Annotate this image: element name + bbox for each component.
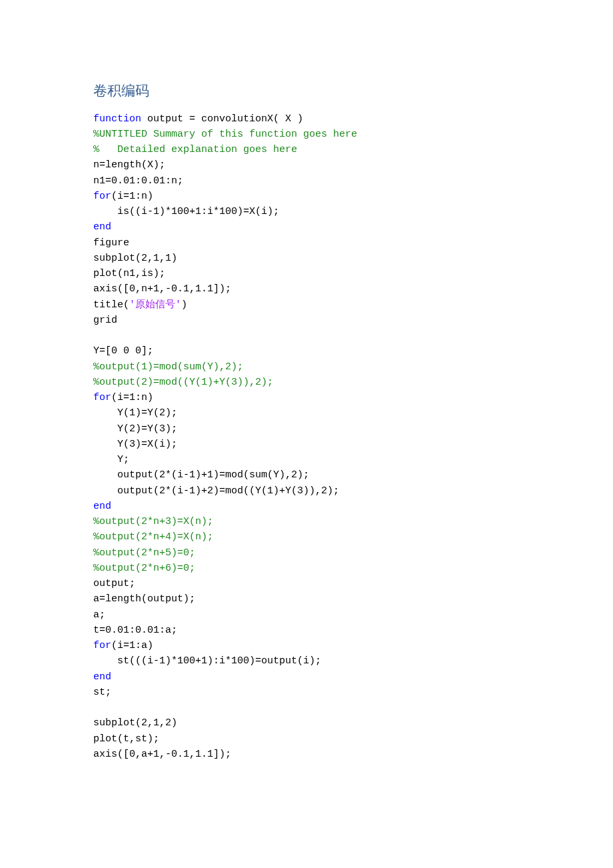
code-token: figure: [93, 237, 129, 249]
code-line: a=length(output);: [93, 591, 520, 607]
code-token: output(2*(i-1)+2)=mod((Y(1)+Y(3)),2);: [93, 485, 339, 497]
code-token: (i=1:a): [111, 640, 153, 651]
code-line: a;: [93, 607, 520, 623]
code-token: %output(2*n+4)=X(n);: [93, 531, 213, 543]
code-token: Y(2)=Y(3);: [93, 423, 177, 435]
code-line: %output(1)=mod(sum(Y),2);: [93, 359, 520, 375]
code-token: a;: [93, 609, 105, 621]
code-token: ): [181, 299, 187, 311]
code-line: output;: [93, 576, 520, 591]
code-token: %output(2*n+3)=X(n);: [93, 516, 213, 527]
code-token: subplot(2,1,2): [93, 717, 177, 729]
code-token: function: [93, 113, 147, 125]
code-line: function output = convolutionX( X ): [93, 111, 520, 127]
code-line: Y(1)=Y(2);: [93, 405, 520, 421]
code-line: Y=[0 0 0];: [93, 343, 520, 359]
code-line: grid: [93, 313, 520, 328]
code-token: output = convolutionX( X ): [147, 113, 303, 125]
matlab-code-block: function output = convolutionX( X )%UNTI…: [93, 111, 520, 763]
code-token: %output(2)=mod((Y(1)+Y(3)),2);: [93, 377, 273, 388]
document-page: 卷积编码 function output = convolutionX( X )…: [0, 0, 613, 868]
code-line: %output(2*n+6)=0;: [93, 561, 520, 576]
code-line: axis([0,n+1,-0.1,1.1]);: [93, 281, 520, 297]
code-token: t=0.01:0.01:a;: [93, 625, 177, 636]
code-token: output(2*(i-1)+1)=mod(sum(Y),2);: [93, 469, 309, 481]
code-token: %output(2*n+6)=0;: [93, 563, 195, 574]
code-line: st(((i-1)*100+1):i*100)=output(i);: [93, 653, 520, 669]
code-token: is((i-1)*100+1:i*100)=X(i);: [93, 206, 279, 217]
code-line: %UNTITLED Summary of this function goes …: [93, 127, 520, 142]
code-token: title(: [93, 299, 129, 311]
code-line: end: [93, 499, 520, 514]
code-token: a=length(output);: [93, 593, 195, 605]
code-token: end: [93, 221, 111, 233]
code-line: output(2*(i-1)+2)=mod((Y(1)+Y(3)),2);: [93, 483, 520, 499]
code-line: subplot(2,1,2): [93, 715, 520, 731]
code-line: end: [93, 219, 520, 235]
code-line: figure: [93, 235, 520, 251]
code-token: for: [93, 640, 111, 651]
code-line: %output(2)=mod((Y(1)+Y(3)),2);: [93, 375, 520, 390]
section-heading: 卷积编码: [93, 80, 520, 102]
code-line: Y(2)=Y(3);: [93, 421, 520, 437]
code-token: end: [93, 501, 111, 512]
code-token: % Detailed explanation goes here: [93, 144, 297, 155]
code-line: output(2*(i-1)+1)=mod(sum(Y),2);: [93, 467, 520, 483]
code-token: %UNTITLED Summary of this function goes …: [93, 129, 357, 140]
code-token: for: [93, 191, 111, 202]
code-line: n=length(X);: [93, 157, 520, 173]
code-line: t=0.01:0.01:a;: [93, 623, 520, 638]
code-line: for(i=1:a): [93, 638, 520, 653]
code-line: axis([0,a+1,-0.1,1.1]);: [93, 747, 520, 762]
code-token: st;: [93, 687, 111, 698]
code-token: (i=1:n): [111, 392, 153, 403]
code-line: subplot(2,1,1): [93, 251, 520, 266]
code-line: title('原始信号'): [93, 297, 520, 313]
code-token: '原始信号': [129, 299, 181, 311]
code-token: Y=[0 0 0];: [93, 345, 153, 357]
code-line: plot(n1,is);: [93, 266, 520, 281]
code-line: for(i=1:n): [93, 390, 520, 405]
code-token: end: [93, 671, 111, 683]
code-line: [93, 700, 520, 715]
code-token: subplot(2,1,1): [93, 253, 177, 264]
code-token: plot(n1,is);: [93, 268, 165, 279]
code-line: st;: [93, 685, 520, 700]
code-token: Y(1)=Y(2);: [93, 407, 177, 419]
code-token: axis([0,n+1,-0.1,1.1]);: [93, 283, 231, 295]
code-line: is((i-1)*100+1:i*100)=X(i);: [93, 204, 520, 219]
code-line: %output(2*n+5)=0;: [93, 545, 520, 561]
code-line: Y;: [93, 452, 520, 467]
code-line: [93, 328, 520, 343]
code-token: %output(2*n+5)=0;: [93, 547, 195, 559]
code-line: for(i=1:n): [93, 189, 520, 204]
code-line: n1=0.01:0.01:n;: [93, 173, 520, 189]
code-line: % Detailed explanation goes here: [93, 142, 520, 157]
code-token: grid: [93, 315, 117, 326]
code-token: n1=0.01:0.01:n;: [93, 175, 183, 187]
code-token: st(((i-1)*100+1):i*100)=output(i);: [93, 655, 321, 667]
code-token: Y(3)=X(i);: [93, 439, 177, 450]
code-token: for: [93, 392, 111, 403]
code-line: %output(2*n+3)=X(n);: [93, 514, 520, 529]
code-line: plot(t,st);: [93, 731, 520, 747]
code-line: end: [93, 669, 520, 685]
code-token: plot(t,st);: [93, 733, 159, 745]
code-token: (i=1:n): [111, 191, 153, 202]
code-line: Y(3)=X(i);: [93, 437, 520, 452]
code-token: Y;: [93, 454, 129, 465]
code-token: axis([0,a+1,-0.1,1.1]);: [93, 749, 231, 760]
code-token: %output(1)=mod(sum(Y),2);: [93, 361, 243, 373]
code-token: n=length(X);: [93, 159, 165, 171]
code-token: output;: [93, 578, 135, 589]
code-line: %output(2*n+4)=X(n);: [93, 529, 520, 545]
